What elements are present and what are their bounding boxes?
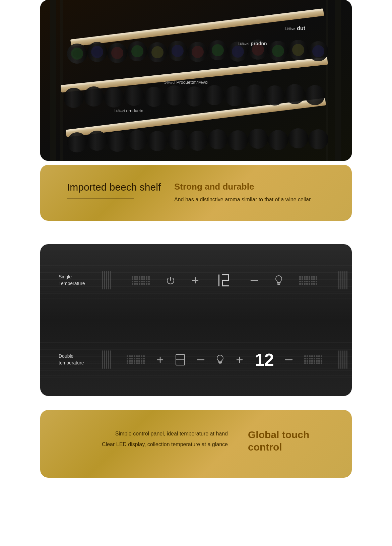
svg-rect-74 xyxy=(110,271,111,289)
svg-point-64 xyxy=(292,44,304,56)
controls-panel: Single Temperature xyxy=(40,244,352,396)
svg-rect-89 xyxy=(104,350,105,369)
right-ribs xyxy=(333,270,352,290)
svg-rect-91 xyxy=(108,350,109,369)
svg-rect-100 xyxy=(344,350,345,369)
touch-left: Simple control panel, ideal temperature … xyxy=(60,428,235,450)
shelf-subtitle: Strong and durable xyxy=(174,182,332,192)
svg-rect-82 xyxy=(277,284,280,285)
svg-rect-88 xyxy=(102,350,103,369)
plus-icon-2[interactable] xyxy=(156,356,164,364)
minus-icon-2[interactable] xyxy=(197,358,205,361)
svg-point-51 xyxy=(288,128,308,148)
panel-spacer xyxy=(40,300,352,320)
svg-point-53 xyxy=(71,48,83,60)
svg-rect-97 xyxy=(338,350,339,369)
shelf-section: 14%vol orodueto 14%vol Produettn\4%vol 1… xyxy=(0,0,392,234)
temp-display-double: 12 xyxy=(255,350,274,370)
svg-text:14%vol Produettn\4%vol: 14%vol Produettn\4%vol xyxy=(164,80,208,85)
touch-line-1: Simple control panel, ideal temperature … xyxy=(115,428,228,439)
svg-point-37 xyxy=(265,85,285,106)
minus-icon-3[interactable] xyxy=(285,358,293,361)
svg-rect-86 xyxy=(344,271,345,289)
svg-point-45 xyxy=(168,130,188,150)
svg-point-27 xyxy=(64,88,84,108)
svg-rect-92 xyxy=(110,350,111,369)
svg-point-38 xyxy=(285,84,305,104)
bulb-icon-2[interactable] xyxy=(216,354,224,365)
svg-point-50 xyxy=(268,130,288,150)
svg-point-57 xyxy=(151,46,164,58)
svg-point-63 xyxy=(272,45,284,57)
svg-point-56 xyxy=(131,45,143,57)
shelf-image: 14%vol orodueto 14%vol Produettn\4%vol 1… xyxy=(40,0,352,161)
svg-rect-81 xyxy=(277,283,280,284)
touch-info-card: Simple control panel, ideal temperature … xyxy=(40,410,352,478)
svg-point-28 xyxy=(84,86,104,107)
svg-rect-70 xyxy=(102,271,103,289)
led-display-left-2 xyxy=(127,355,145,364)
svg-point-58 xyxy=(172,45,184,57)
minus-icon[interactable] xyxy=(250,279,258,282)
temp-display-single xyxy=(216,274,234,287)
svg-point-34 xyxy=(204,85,224,105)
double-temp-label: Double temperature xyxy=(40,353,97,366)
svg-rect-87 xyxy=(346,271,347,289)
single-temp-label: Single Temperature xyxy=(40,274,97,287)
svg-rect-101 xyxy=(346,350,347,369)
double-temp-row: Double temperature xyxy=(40,340,352,379)
card-divider xyxy=(67,198,134,199)
card-left: Imported beech shelf xyxy=(67,182,168,199)
svg-rect-96 xyxy=(219,363,221,364)
svg-rect-73 xyxy=(108,271,109,289)
svg-rect-83 xyxy=(338,271,339,289)
svg-point-59 xyxy=(192,46,204,58)
svg-rect-2 xyxy=(60,0,63,161)
svg-rect-3 xyxy=(335,0,341,161)
plus-icon-3[interactable] xyxy=(236,356,244,364)
touch-divider xyxy=(248,459,308,459)
svg-point-39 xyxy=(305,85,325,105)
svg-point-61 xyxy=(232,46,244,58)
svg-rect-78 xyxy=(222,280,229,281)
right-ribs-2 xyxy=(333,350,352,370)
svg-point-36 xyxy=(245,84,265,105)
svg-point-47 xyxy=(208,129,228,149)
controls-section: Single Temperature xyxy=(0,234,392,406)
led-display-right-2 xyxy=(304,355,322,364)
svg-point-41 xyxy=(87,131,107,151)
shelf-desc: And has a distinctive aroma similar to t… xyxy=(174,195,332,204)
shelf-info-card: Imported beech shelf Strong and durable … xyxy=(40,165,352,221)
plus-icon[interactable] xyxy=(191,276,199,284)
touch-title: Global touch control xyxy=(248,428,332,454)
bulb-icon[interactable] xyxy=(274,275,283,286)
touch-section: Simple control panel, ideal temperature … xyxy=(0,410,392,478)
svg-point-44 xyxy=(147,131,168,151)
panel-spacer-2 xyxy=(40,320,352,340)
power-icon[interactable] xyxy=(166,276,175,285)
svg-rect-95 xyxy=(218,362,222,363)
left-ribs-2 xyxy=(97,350,116,370)
touch-line-2: Clear LED display, collection temperatur… xyxy=(102,439,228,450)
single-temp-controls xyxy=(116,274,333,287)
card-right: Strong and durable And has a distinctive… xyxy=(168,182,332,204)
svg-rect-80 xyxy=(222,285,229,286)
svg-rect-85 xyxy=(342,271,343,289)
single-temp-row: Single Temperature xyxy=(40,261,352,300)
svg-point-60 xyxy=(212,44,224,56)
svg-point-43 xyxy=(127,130,147,150)
svg-point-33 xyxy=(184,86,204,107)
svg-point-48 xyxy=(228,130,248,150)
touch-right: Global touch control xyxy=(248,428,332,459)
svg-rect-77 xyxy=(228,274,229,280)
svg-rect-90 xyxy=(106,350,107,369)
svg-point-52 xyxy=(308,129,328,149)
svg-point-30 xyxy=(124,86,144,106)
svg-rect-84 xyxy=(340,271,341,289)
svg-rect-99 xyxy=(342,350,343,369)
left-ribs xyxy=(97,270,116,290)
shelf-title: Imported beech shelf xyxy=(67,182,168,193)
svg-point-29 xyxy=(104,87,124,108)
svg-rect-98 xyxy=(340,350,341,369)
svg-rect-71 xyxy=(104,271,105,289)
